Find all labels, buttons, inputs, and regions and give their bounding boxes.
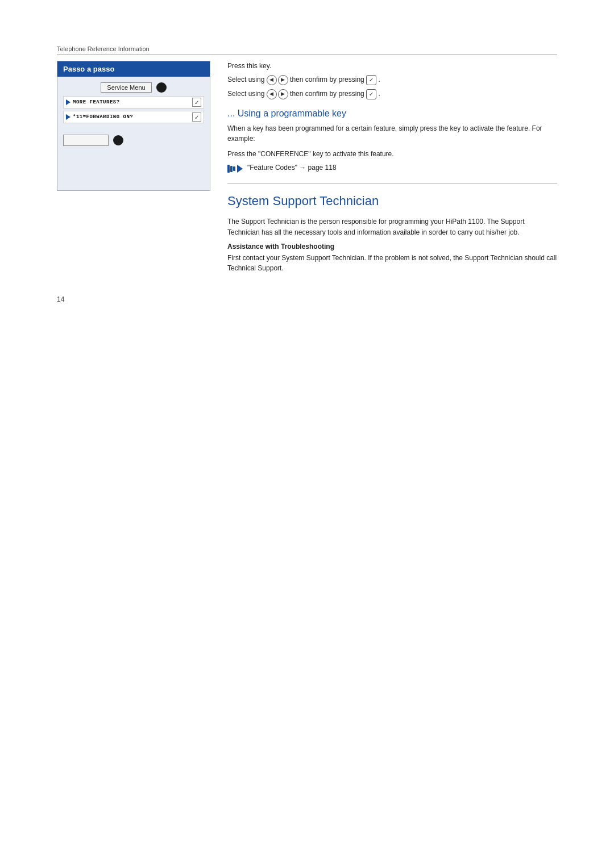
step3-period: . (378, 90, 380, 98)
step2-prefix: Select using (227, 76, 267, 84)
passo-box: Passo a passo Service Menu MORE FEATURES… (57, 61, 210, 191)
passo-title: Passo a passo (63, 65, 114, 73)
left-arrow-btn-2[interactable]: ◀ (267, 89, 277, 99)
confirm-check-2[interactable]: ✓ (366, 89, 376, 99)
main-section-body: The Support Technician is the person res… (227, 216, 557, 237)
right-arrow-btn[interactable]: ▶ (278, 75, 288, 85)
step2-suffix: then confirm by pressing (290, 76, 366, 84)
check-box-2: ✓ (192, 112, 201, 122)
header-rule (57, 55, 557, 55)
step3-text: Select using ◀ ▶ then confirm by pressin… (227, 89, 557, 99)
menu-item-more-features[interactable]: MORE FEATURES? ✓ (63, 96, 204, 108)
right-arrow-btn-2[interactable]: ▶ (278, 89, 288, 99)
step2-text: Select using ◀ ▶ then confirm by pressin… (227, 74, 557, 85)
note-text: "Feature Codes" → page 118 (247, 164, 337, 172)
left-panel: Passo a passo Service Menu MORE FEATURES… (57, 61, 210, 278)
programmable-key-subtitle: ... Using a programmable key (227, 108, 557, 119)
left-arrow-btn[interactable]: ◀ (267, 75, 277, 85)
arrow-right-icon-2 (66, 114, 70, 120)
note-arrow-icon (237, 165, 243, 173)
content-area: Passo a passo Service Menu MORE FEATURES… (57, 61, 557, 278)
confirm-check[interactable]: ✓ (366, 75, 376, 85)
blank-key-button[interactable] (63, 135, 109, 146)
note-bar-2 (230, 166, 233, 172)
step3-suffix: then confirm by pressing (290, 90, 366, 98)
nav-buttons-step3: ◀ ▶ (267, 89, 288, 99)
service-menu-row: Service Menu (63, 82, 204, 93)
check-box: ✓ (192, 98, 201, 107)
ellipsis: ... (227, 108, 238, 118)
step1-text: Press this key. (227, 61, 557, 71)
conference-step: Press the "CONFERENCE" key to activate t… (227, 149, 557, 160)
note-icon (227, 165, 243, 173)
section-divider (227, 183, 557, 183)
programmable-key-row (63, 135, 204, 146)
programmable-desc: When a key has been programmed for a cer… (227, 123, 557, 144)
menu-item-forwarding-text: *11=FORWARDING ON? (73, 114, 190, 120)
assistance-heading: Assistance with Troubleshooting (227, 243, 557, 251)
page: Telephone Reference Information Passo a … (0, 0, 614, 868)
right-panel: Press this key. Select using ◀ ▶ then co… (227, 61, 557, 278)
programmable-key-title: Using a programmable key (238, 108, 346, 118)
circle-button-2[interactable] (113, 135, 123, 145)
arrow-right-icon (66, 99, 70, 105)
note-row: "Feature Codes" → page 118 (227, 164, 557, 173)
circle-button[interactable] (156, 82, 167, 93)
nav-buttons-step2: ◀ ▶ (267, 75, 288, 85)
header-label: Telephone Reference Information (57, 45, 557, 52)
step3-prefix: Select using (227, 90, 267, 98)
passo-header: Passo a passo (57, 61, 210, 77)
main-section-title: System Support Technician (227, 194, 557, 208)
page-number: 14 (57, 295, 557, 303)
note-bar-1 (227, 165, 230, 173)
page-header: Telephone Reference Information (57, 45, 557, 55)
step2-period: . (378, 76, 380, 84)
passo-content: Service Menu MORE FEATURES? ✓ *11=FORWAR… (57, 77, 210, 190)
note-bar-3 (233, 166, 235, 171)
service-menu-button[interactable]: Service Menu (101, 82, 151, 93)
menu-item-forwarding[interactable]: *11=FORWARDING ON? ✓ (63, 111, 204, 123)
assistance-body: First contact your System Support Techni… (227, 253, 557, 274)
menu-item-text: MORE FEATURES? (73, 99, 190, 105)
